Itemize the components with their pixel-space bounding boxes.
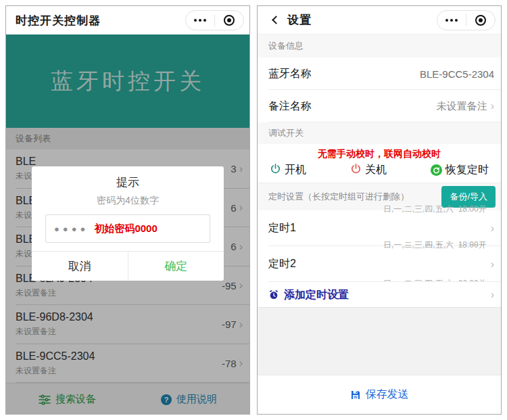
save-send-button[interactable]: 保存发送 [350, 388, 409, 402]
add-timer-button[interactable]: 添加定时设置 › [258, 282, 501, 308]
wechat-capsule [185, 10, 244, 30]
debug-actions: 开机 关机 恢复定时 [258, 160, 501, 177]
chevron-right-icon: › [491, 101, 494, 112]
password-dots: ●●●● [54, 224, 89, 234]
device-list-screen: 时控开关控制器 蓝牙时控开关 设备列表 BLE 未设 [5, 5, 250, 415]
remark-name-label: 备注名称 [268, 99, 312, 114]
modal-subtitle: 密码为4位数字 [32, 194, 224, 206]
chevron-right-icon: › [491, 259, 494, 270]
more-menu-button[interactable] [437, 11, 466, 30]
bluetooth-name-label: 蓝牙名称 [268, 67, 312, 81]
remark-name-row[interactable]: 备注名称 未设置备注 › [258, 90, 501, 122]
background-spacer [258, 308, 501, 375]
power-off-icon [350, 163, 362, 177]
add-timer-label: 添加定时设置 [284, 288, 349, 302]
timer-label: 定时1 [268, 221, 296, 235]
back-button[interactable] [267, 13, 282, 28]
password-input[interactable]: ●●●● 初始密码0000 [45, 214, 210, 243]
cancel-button[interactable]: 取消 [32, 252, 128, 281]
power-on-icon [270, 163, 281, 177]
settings-title: 设置 [287, 12, 312, 28]
section-debug-switch: 调试开关 [258, 122, 501, 144]
schedule-on-line: 日,一,二,三,四,五,六 18:00开 [383, 239, 487, 252]
refresh-icon [431, 164, 442, 176]
exit-button[interactable] [466, 11, 495, 30]
ellipsis-icon [194, 19, 206, 22]
bluetooth-name-row: 蓝牙名称 BLE-9CC5-2304 [258, 57, 501, 90]
save-bar: 保存发送 [258, 375, 501, 414]
power-on-label: 开机 [285, 163, 306, 177]
section-device-info: 设备信息 [258, 34, 501, 57]
exit-button[interactable] [215, 11, 243, 30]
ellipsis-icon [445, 19, 458, 22]
timer-row-2[interactable]: 定时2 日,一,二,三,四,五,六 18:00开 日,一,二,三,四,五,六 0… [258, 246, 501, 282]
left-nav-bar: 时控开关控制器 [6, 6, 249, 34]
screenshot-canvas: 时控开关控制器 蓝牙时控开关 设备列表 BLE 未设 [0, 0, 507, 420]
chevron-right-icon: › [491, 289, 494, 300]
alarm-clock-icon [268, 289, 279, 300]
settings-screen: 设置 设备信息 蓝牙名称 BLE-9CC5-2304 备注名称 未设置备注 › … [257, 5, 502, 415]
time-sync-notice: 无需手动校时，联网自动校时 [258, 147, 501, 160]
confirm-button[interactable]: 确定 [128, 252, 224, 281]
floppy-disk-icon [350, 390, 361, 400]
initial-password-hint: 初始密码0000 [94, 223, 157, 235]
chevron-right-icon: › [491, 223, 494, 234]
password-modal: 提示 密码为4位数字 ●●●● 初始密码0000 取消 确定 [32, 166, 224, 281]
power-on-button[interactable]: 开机 [270, 163, 306, 177]
save-send-label: 保存发送 [366, 388, 409, 402]
remark-name-value: 未设置备注 [437, 100, 487, 113]
power-off-label: 关机 [365, 163, 387, 177]
power-off-button[interactable]: 关机 [350, 163, 387, 177]
more-menu-button[interactable] [186, 11, 214, 30]
modal-buttons: 取消 确定 [32, 251, 224, 281]
wechat-capsule [437, 10, 496, 30]
back-chevron-icon [272, 16, 281, 24]
modal-title: 提示 [32, 175, 224, 190]
restore-timer-label: 恢复定时 [445, 163, 489, 177]
bluetooth-name-value: BLE-9CC5-2304 [420, 68, 494, 80]
right-nav-bar: 设置 [258, 6, 501, 34]
circle-dot-icon [224, 15, 235, 26]
timer-label: 定时2 [268, 257, 296, 271]
restore-timer-button[interactable]: 恢复定时 [431, 163, 489, 177]
page-title: 时控开关控制器 [16, 13, 101, 28]
circle-dot-icon [475, 15, 486, 26]
